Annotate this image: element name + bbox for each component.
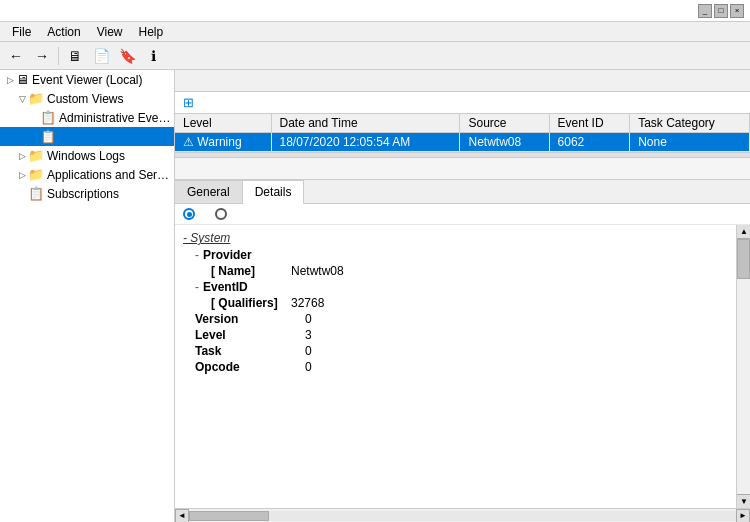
cell-datetime: 18/07/2020 12:05:54 AM	[271, 133, 460, 152]
document-button[interactable]: 📄	[89, 45, 113, 67]
prop-key: Level	[195, 328, 305, 342]
sidebar-item-event-viewer-local[interactable]: ▷ 🖥 Event Viewer (Local)	[0, 70, 174, 89]
prop-key: Task	[195, 344, 305, 358]
prop-key: [ Qualifiers]	[211, 296, 291, 310]
detail-content[interactable]: - System -Provider[ Name]Netwtw08-EventI…	[175, 225, 736, 508]
menu-item-action[interactable]: Action	[39, 24, 88, 40]
sidebar-item-subscriptions[interactable]: 📋 Subscriptions	[0, 184, 174, 203]
prop-row: -EventID	[175, 279, 736, 295]
expand-icon-winlogs: ▷	[16, 150, 28, 162]
forward-button[interactable]: →	[30, 45, 54, 67]
prop-key: [ Name]	[211, 264, 291, 278]
toolbar-separator-1	[58, 47, 59, 65]
events-table: Level Date and Time Source Event ID Task…	[175, 114, 750, 152]
sidebar-label-event-viewer: Event Viewer (Local)	[32, 73, 143, 87]
prop-row: Version0	[175, 311, 736, 327]
event-viewer-icon: 🖥	[16, 72, 29, 87]
prop-key: Opcode	[195, 360, 305, 374]
prop-value: 32768	[291, 296, 324, 310]
friendly-view-radio[interactable]	[183, 208, 195, 220]
bookmark-button[interactable]: 🔖	[115, 45, 139, 67]
app-services-icon: 📁	[28, 167, 44, 182]
title-controls: _ □ ×	[698, 4, 744, 18]
sidebar: ▷ 🖥 Event Viewer (Local) ▽ 📁 Custom View…	[0, 70, 175, 522]
menu-item-help[interactable]: Help	[131, 24, 172, 40]
h-scroll-thumb	[189, 511, 269, 521]
cell-eventid: 6062	[549, 133, 630, 152]
vertical-scrollbar[interactable]: ▲ ▼	[736, 225, 750, 508]
content-area: ⊞ Level Date and Time Source Event ID Ta…	[175, 70, 750, 522]
sidebar-item-admin-events[interactable]: 📋 Administrative Events	[0, 108, 174, 127]
friendly-view-option[interactable]	[183, 208, 199, 220]
col-level[interactable]: Level	[175, 114, 271, 133]
tab-general[interactable]: General	[175, 180, 243, 203]
subscriptions-icon: 📋	[28, 186, 44, 201]
monitor-button[interactable]: 🖥	[63, 45, 87, 67]
scroll-left-button[interactable]: ◄	[175, 509, 189, 523]
back-button[interactable]: ←	[4, 45, 28, 67]
prop-value: 0	[305, 360, 312, 374]
sidebar-item-windows-logs[interactable]: ▷ 📁 Windows Logs	[0, 146, 174, 165]
events-panel: ⊞ Level Date and Time Source Event ID Ta…	[175, 70, 750, 152]
cell-level: ⚠ Warning	[175, 133, 271, 152]
main-container: ▷ 🖥 Event Viewer (Local) ▽ 📁 Custom View…	[0, 70, 750, 522]
scroll-down-button[interactable]: ▼	[737, 494, 750, 508]
close-button[interactable]: ×	[730, 4, 744, 18]
windows-logs-icon: 📁	[28, 148, 44, 163]
sidebar-label-subscriptions: Subscriptions	[47, 187, 119, 201]
prop-value: 0	[305, 344, 312, 358]
prop-row: [ Name]Netwtw08	[175, 263, 736, 279]
maximize-button[interactable]: □	[714, 4, 728, 18]
prop-dash: -	[195, 248, 199, 262]
sidebar-item-custom-views[interactable]: ▽ 📁 Custom Views	[0, 89, 174, 108]
toolbar: ← → 🖥 📄 🔖 ℹ	[0, 42, 750, 70]
prop-row: Level3	[175, 327, 736, 343]
filter-icon: ⊞	[183, 95, 194, 110]
prop-row: [ Qualifiers]32768	[175, 295, 736, 311]
prop-key: EventID	[203, 280, 303, 294]
col-datetime[interactable]: Date and Time	[271, 114, 460, 133]
sidebar-label-windows-logs: Windows Logs	[47, 149, 125, 163]
view-options	[175, 204, 750, 225]
expand-icon-subs	[16, 188, 28, 200]
menu-item-view[interactable]: View	[89, 24, 131, 40]
xml-view-radio[interactable]	[215, 208, 227, 220]
scroll-right-button[interactable]: ►	[736, 509, 750, 523]
detail-panel: General Details - System	[175, 158, 750, 522]
detail-tabs: General Details	[175, 180, 750, 204]
section-header-label: - System	[183, 231, 230, 245]
sidebar-item-summary-events[interactable]: 📋	[0, 127, 174, 146]
menu-item-file[interactable]: File	[4, 24, 39, 40]
xml-view-option[interactable]	[215, 208, 231, 220]
cell-taskcategory: None	[630, 133, 750, 152]
sidebar-item-app-services[interactable]: ▷ 📁 Applications and Services Logs	[0, 165, 174, 184]
expand-icon-custom: ▽	[16, 93, 28, 105]
sidebar-label-app-services: Applications and Services Logs	[47, 168, 174, 182]
horizontal-scrollbar[interactable]: ◄ ►	[175, 508, 750, 522]
events-header	[175, 70, 750, 92]
prop-value: Netwtw08	[291, 264, 344, 278]
warning-icon: ⚠	[183, 135, 197, 149]
h-scroll-track	[189, 511, 736, 521]
info-button[interactable]: ℹ	[141, 45, 165, 67]
col-eventid[interactable]: Event ID	[549, 114, 630, 133]
cell-source: Netwtw08	[460, 133, 549, 152]
minimize-button[interactable]: _	[698, 4, 712, 18]
sidebar-label-admin-events: Administrative Events	[59, 111, 174, 125]
detail-scroll-content: - System -Provider[ Name]Netwtw08-EventI…	[175, 225, 736, 379]
admin-events-icon: 📋	[40, 110, 56, 125]
prop-value: 3	[305, 328, 312, 342]
table-row[interactable]: ⚠ Warning18/07/2020 12:05:54 AMNetwtw086…	[175, 133, 750, 152]
tab-details[interactable]: Details	[243, 180, 305, 204]
prop-value: 0	[305, 312, 312, 326]
col-taskcategory[interactable]: Task Category	[630, 114, 750, 133]
prop-row: -Provider	[175, 247, 736, 263]
detail-header	[175, 158, 750, 180]
scroll-up-button[interactable]: ▲	[737, 225, 750, 239]
col-source[interactable]: Source	[460, 114, 549, 133]
custom-views-icon: 📁	[28, 91, 44, 106]
section-header-system: - System	[175, 229, 736, 247]
expand-icon-admin	[28, 112, 40, 124]
scroll-track	[737, 239, 750, 494]
prop-key: Provider	[203, 248, 303, 262]
